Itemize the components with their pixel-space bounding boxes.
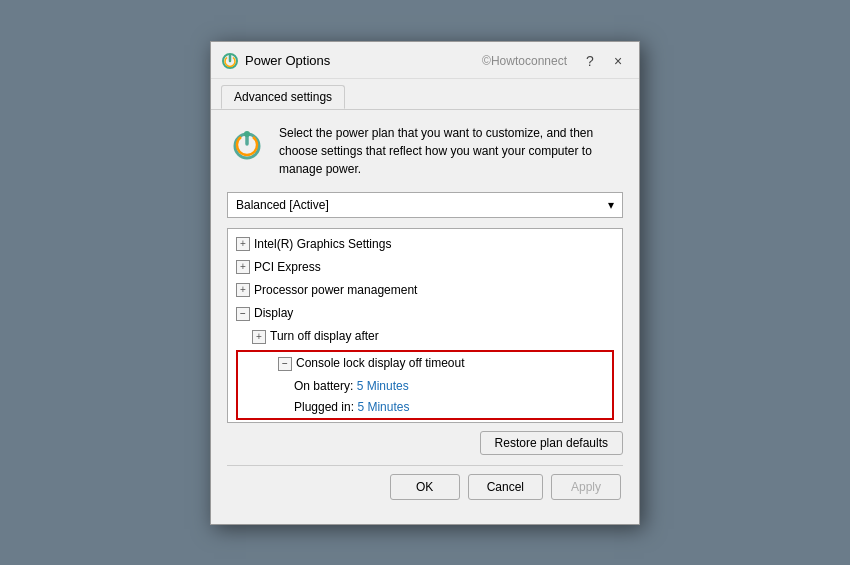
tree-label-console-lock: Console lock display off timeout xyxy=(296,354,465,373)
expand-icon-pci[interactable]: + xyxy=(236,260,250,274)
tree-item-console-lock[interactable]: − Console lock display off timeout xyxy=(238,352,612,375)
tree-label-display: Display xyxy=(254,304,293,323)
cancel-button[interactable]: Cancel xyxy=(468,474,543,500)
svg-point-2 xyxy=(244,131,250,137)
console-lock-on-battery: On battery: 5 Minutes xyxy=(238,376,612,397)
footer-divider xyxy=(227,465,623,466)
plan-dropdown-value: Balanced [Active] xyxy=(236,198,329,212)
power-options-dialog: Power Options ©Howtoconnect ? × Advanced… xyxy=(210,41,640,525)
expand-icon-display[interactable]: − xyxy=(236,307,250,321)
title-bar: Power Options ©Howtoconnect ? × xyxy=(211,42,639,79)
restore-row: Restore plan defaults xyxy=(227,431,623,455)
tree-label-turn-off-display: Turn off display after xyxy=(270,327,379,346)
console-lock-highlight-box: − Console lock display off timeout On ba… xyxy=(236,350,614,420)
dialog-title: Power Options xyxy=(245,53,482,68)
ok-button[interactable]: OK xyxy=(390,474,460,500)
footer-buttons: OK Cancel Apply xyxy=(227,474,623,510)
plan-dropdown-row: Balanced [Active] ▾ xyxy=(227,192,623,218)
power-icon-large xyxy=(227,124,267,164)
expand-icon-console-lock[interactable]: − xyxy=(278,357,292,371)
display-row-wrapper: → − Display xyxy=(228,302,622,325)
plugged-in-value: 5 Minutes xyxy=(357,400,409,414)
tree-item-pci-express[interactable]: + PCI Express xyxy=(228,256,622,279)
tree-item-display[interactable]: − Display xyxy=(228,302,622,325)
tree-item-turn-off-display[interactable]: + Turn off display after xyxy=(228,325,622,348)
tab-bar: Advanced settings xyxy=(211,79,639,110)
chevron-down-icon: ▾ xyxy=(608,198,614,212)
tree-label-processor-power: Processor power management xyxy=(254,281,417,300)
intro-section: Select the power plan that you want to c… xyxy=(227,124,623,178)
on-battery-value: 5 Minutes xyxy=(357,379,409,393)
dialog-content: Select the power plan that you want to c… xyxy=(211,110,639,524)
tree-item-processor-power[interactable]: + Processor power management xyxy=(228,279,622,302)
tree-label-pci-express: PCI Express xyxy=(254,258,321,277)
tree-item-intel-graphics[interactable]: + Intel(R) Graphics Settings xyxy=(228,233,622,256)
apply-button[interactable]: Apply xyxy=(551,474,621,500)
expand-icon-turn-off[interactable]: + xyxy=(252,330,266,344)
console-lock-plugged-in: Plugged in: 5 Minutes xyxy=(238,397,612,418)
power-options-icon xyxy=(221,52,239,70)
intro-text: Select the power plan that you want to c… xyxy=(279,124,623,178)
title-bar-controls: ? × xyxy=(579,50,629,72)
help-button[interactable]: ? xyxy=(579,50,601,72)
close-button[interactable]: × xyxy=(607,50,629,72)
tab-advanced-settings[interactable]: Advanced settings xyxy=(221,85,345,109)
plan-dropdown[interactable]: Balanced [Active] ▾ xyxy=(227,192,623,218)
watermark-text: ©Howtoconnect xyxy=(482,54,567,68)
expand-icon-intel[interactable]: + xyxy=(236,237,250,251)
expand-icon-processor[interactable]: + xyxy=(236,283,250,297)
plugged-in-label: Plugged in: xyxy=(294,400,357,414)
restore-defaults-button[interactable]: Restore plan defaults xyxy=(480,431,623,455)
tree-label-intel-graphics: Intel(R) Graphics Settings xyxy=(254,235,391,254)
settings-tree[interactable]: + Intel(R) Graphics Settings + PCI Expre… xyxy=(227,228,623,423)
arrow-indicator: → xyxy=(227,303,228,321)
tree-item-multimedia[interactable]: + Multimedia settings xyxy=(228,422,622,423)
on-battery-label: On battery: xyxy=(294,379,357,393)
